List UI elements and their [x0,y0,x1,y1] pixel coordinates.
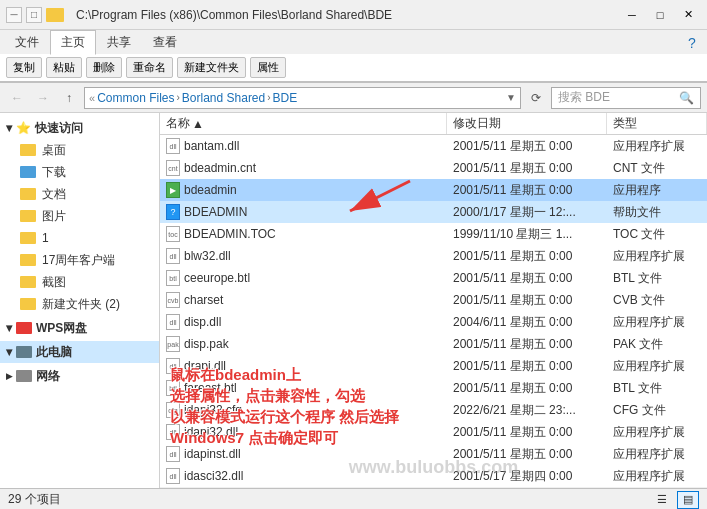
table-row[interactable]: pak disp.pak 2001/5/11 星期五 0:00 PAK 文件 [160,333,707,355]
table-row[interactable]: ▶ bdeadmin 2001/5/11 星期五 0:00 应用程序 [160,179,707,201]
sidebar-header-thispc[interactable]: ▾ 此电脑 [0,341,159,363]
file-list-scroll[interactable]: dll bantam.dll 2001/5/11 星期五 0:00 应用程序扩展… [160,135,707,487]
sidebar-item-documents[interactable]: 文档 [0,183,159,205]
file-name-ceeurope: btl ceeurope.btl [160,267,447,289]
table-row[interactable]: btl ceeurope.btl 2001/5/11 星期五 0:00 BTL … [160,267,707,289]
table-row[interactable]: dll idapinst.dll 2001/5/11 星期五 0:00 应用程序… [160,443,707,465]
address-bar: ← → ↑ « Common Files › Borland Shared › … [0,83,707,113]
sidebar-section-network: ▸ 网络 [0,365,159,387]
minimize-button[interactable]: ─ [619,4,645,26]
file-label: blw32.dll [184,249,231,263]
folder-icon-downloads [20,166,36,178]
file-name-disp-dll: dll disp.dll [160,311,447,333]
ribbon-copy-btn[interactable]: 复制 [6,57,42,78]
forward-button[interactable]: → [32,87,54,109]
sidebar-label-downloads: 下载 [42,164,66,181]
breadcrumb-dropdown[interactable]: ▼ [506,92,516,103]
file-date: 2022/6/21 星期二 23:... [447,399,607,421]
sidebar-item-1[interactable]: 1 [0,227,159,249]
minimize-icon[interactable]: ─ [6,7,22,23]
folder-icon-screenshot [20,276,36,288]
file-label: bdeadmin.cnt [184,161,256,175]
sidebar-item-17client[interactable]: 17周年客户端 [0,249,159,271]
ribbon-delete-btn[interactable]: 删除 [86,57,122,78]
sidebar-item-desktop[interactable]: 桌面 [0,139,159,161]
search-box[interactable]: 搜索 BDE 🔍 [551,87,701,109]
sidebar-item-downloads[interactable]: 下载 [0,161,159,183]
sidebar-label-documents: 文档 [42,186,66,203]
table-row[interactable]: btl fareast.btl 2001/5/11 星期五 0:00 BTL 文… [160,377,707,399]
file-name-blw32: dll blw32.dll [160,245,447,267]
search-icon[interactable]: 🔍 [679,91,694,105]
help-button[interactable]: ? [681,32,703,54]
folder-icon-newfolder [20,298,36,310]
ribbon-properties-btn[interactable]: 属性 [250,57,286,78]
sidebar-item-screenshot[interactable]: 截图 [0,271,159,293]
file-type: 应用程序扩展 [607,465,707,487]
file-date: 2001/5/11 星期五 0:00 [447,245,607,267]
ribbon-rename-btn[interactable]: 重命名 [126,57,173,78]
restore-icon[interactable]: □ [26,7,42,23]
back-button[interactable]: ← [6,87,28,109]
file-type: 应用程序扩展 [607,135,707,157]
sidebar-label-pictures: 图片 [42,208,66,225]
folder-icon-desktop [20,144,36,156]
breadcrumb-borland[interactable]: Borland Shared [182,91,265,105]
view-detail-button[interactable]: ▤ [677,491,699,509]
file-label: BDEADMIN.TOC [184,227,276,241]
file-icon: toc [166,226,180,242]
sidebar-item-newfolder[interactable]: 新建文件夹 (2) [0,293,159,315]
star-icon: ⭐ [16,121,31,135]
sidebar-header-network[interactable]: ▸ 网络 [0,365,159,387]
table-row[interactable]: dll disp.dll 2004/6/11 星期五 0:00 应用程序扩展 [160,311,707,333]
file-type: BTL 文件 [607,267,707,289]
tab-share[interactable]: 共享 [96,30,142,54]
ribbon-paste-btn[interactable]: 粘贴 [46,57,82,78]
file-name-idapi32cfg: cfg idapi32.cfg [160,399,447,421]
col-type[interactable]: 类型 [607,113,707,134]
file-label: disp.dll [184,315,221,329]
table-row[interactable]: dll blw32.dll 2001/5/11 星期五 0:00 应用程序扩展 [160,245,707,267]
ribbon-new-folder-btn[interactable]: 新建文件夹 [177,57,246,78]
tab-file[interactable]: 文件 [4,30,50,54]
tab-view[interactable]: 查看 [142,30,188,54]
col-name[interactable]: 名称 ▲ [160,113,447,134]
file-date: 2001/5/11 星期五 0:00 [447,267,607,289]
table-row[interactable]: dll idapi32.dll 2001/5/11 星期五 0:00 应用程序扩… [160,421,707,443]
maximize-button[interactable]: □ [647,4,673,26]
table-row[interactable]: dll idasci32.dll 2001/5/17 星期四 0:00 应用程序… [160,465,707,487]
table-row[interactable]: toc BDEADMIN.TOC 1999/11/10 星期三 1... TOC… [160,223,707,245]
file-date: 2001/5/11 星期五 0:00 [447,289,607,311]
refresh-button[interactable]: ⟳ [525,87,547,109]
sort-icon: ▲ [192,117,204,131]
breadcrumb-common[interactable]: Common Files [97,91,174,105]
file-label: BDEADMIN [184,205,247,219]
file-icon: dll [166,446,180,462]
table-row[interactable]: ? BDEADMIN 2000/1/17 星期一 12:... 帮助文件 [160,201,707,223]
sidebar-label-17client: 17周年客户端 [42,252,115,269]
table-row[interactable]: cvb charset 2001/5/11 星期五 0:00 CVB 文件 [160,289,707,311]
file-name-bdeadmin-exe: ▶ bdeadmin [160,179,447,201]
table-row[interactable]: cfg idapi32.cfg 2022/6/21 星期二 23:... CFG… [160,399,707,421]
file-date: 2001/5/11 星期五 0:00 [447,135,607,157]
table-row[interactable]: dll bantam.dll 2001/5/11 星期五 0:00 应用程序扩展 [160,135,707,157]
tab-home[interactable]: 主页 [50,30,96,55]
table-row[interactable]: cnt bdeadmin.cnt 2001/5/11 星期五 0:00 CNT … [160,157,707,179]
sidebar-header-quickaccess[interactable]: ▾ ⭐ 快速访问 [0,117,159,139]
up-button[interactable]: ↑ [58,87,80,109]
file-icon: ▶ [166,182,180,198]
file-label: fareast.btl [184,381,237,395]
file-date: 2001/5/11 星期五 0:00 [447,421,607,443]
close-button[interactable]: ✕ [675,4,701,26]
col-date[interactable]: 修改日期 [447,113,607,134]
file-type: BTL 文件 [607,377,707,399]
view-list-button[interactable]: ☰ [651,491,673,509]
file-name-bdeadmincnt: cnt bdeadmin.cnt [160,157,447,179]
file-area: 名称 ▲ 修改日期 类型 dll bantam.dll 2001/5/11 [160,113,707,487]
sidebar-item-pictures[interactable]: 图片 [0,205,159,227]
title-bar-icons: ─ □ [6,7,70,23]
sidebar-header-wps[interactable]: ▾ WPS网盘 [0,317,159,339]
table-row[interactable]: dll drapi.dll 2001/5/11 星期五 0:00 应用程序扩展 [160,355,707,377]
file-type: CFG 文件 [607,399,707,421]
breadcrumb-bde[interactable]: BDE [273,91,298,105]
